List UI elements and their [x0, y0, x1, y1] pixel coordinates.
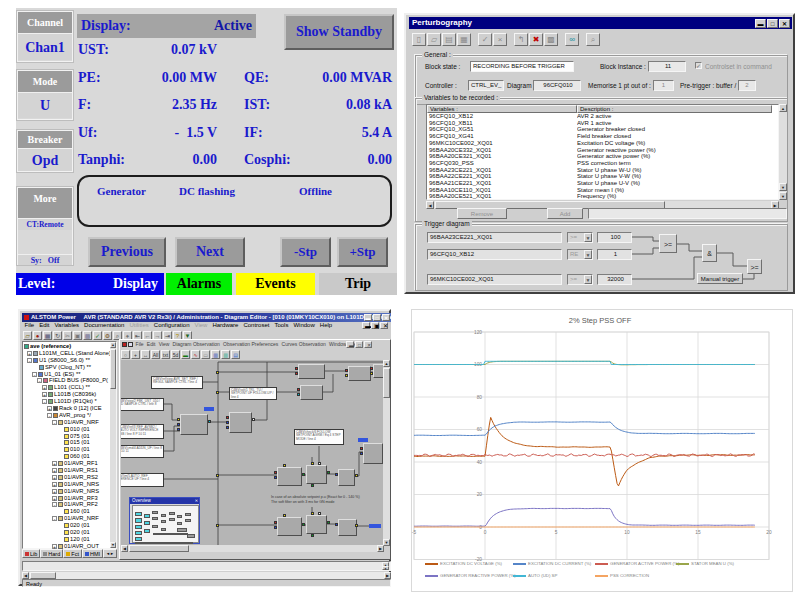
combo-dropdown-icon[interactable]: ▼	[584, 233, 592, 242]
fit-icon[interactable]: ↔	[141, 350, 150, 359]
scroll-up-icon[interactable]: ▲	[779, 104, 787, 112]
function-block[interactable]	[180, 414, 208, 435]
expand-icon[interactable]: +	[52, 482, 57, 487]
canvas-vscrollbar[interactable]: ▲ ▼	[383, 360, 390, 546]
expand-icon[interactable]: +	[42, 385, 47, 390]
page-icon[interactable]: ▭	[201, 350, 210, 359]
child-menu-diagram-observation[interactable]: Diagram Observation	[171, 341, 221, 347]
overview-close-icon[interactable]: ✕	[195, 498, 199, 504]
new-icon[interactable]: ▱	[23, 331, 32, 340]
child-maximize-button[interactable]: □	[355, 341, 363, 348]
tree-scroll-up-icon[interactable]: ▲	[110, 342, 116, 348]
refresh-icon[interactable]: ↻	[53, 331, 62, 340]
build-icon[interactable]: ⚙	[103, 331, 112, 340]
more-button[interactable]: More	[18, 188, 72, 218]
function-block[interactable]	[300, 385, 323, 400]
overview-window[interactable]: Overview✕	[129, 497, 200, 544]
ct-remote-indicator[interactable]: CT:Remote	[18, 218, 72, 230]
variable-row[interactable]: 96CFQ10_XB11AVR 1 active	[427, 120, 778, 127]
tab-lib[interactable]: Lib	[22, 549, 40, 558]
function-block[interactable]	[277, 467, 302, 486]
expand-icon[interactable]: +	[27, 351, 32, 356]
menu-hardware[interactable]: Hardware	[210, 322, 241, 328]
scroll-down-icon[interactable]: ▼	[779, 183, 787, 191]
palette2-icon[interactable]: ▥	[221, 350, 230, 359]
tree-item[interactable]: +L101B (C8036k)	[24, 391, 111, 398]
child-menu-view[interactable]: View	[157, 341, 171, 347]
run-icon[interactable]: ▬	[181, 350, 190, 359]
controller-field[interactable]: CTRL_EV_	[468, 80, 504, 91]
function-block[interactable]	[348, 366, 371, 381]
output-down-icon[interactable]: ▼	[382, 566, 389, 571]
curve-icon[interactable]: ∿	[191, 350, 200, 359]
combo-dropdown-icon[interactable]: ▼	[584, 275, 592, 284]
channel-button[interactable]: Chan1	[18, 33, 72, 60]
collapse-icon[interactable]: -	[37, 378, 42, 383]
check-icon[interactable]: ✓	[93, 331, 102, 340]
function-block[interactable]	[298, 364, 325, 379]
variable-row[interactable]: 96BAA22CE221_XQ01Stator U phase V-W (%)	[427, 173, 778, 180]
expand-icon[interactable]: +	[52, 489, 57, 494]
variable-row[interactable]: 96CFQ030_PSSPSS correction term	[427, 160, 778, 167]
diagram-canvas[interactable]: C4BV/ref/step AVR_SET_REF / REGUL SAMPLE…	[121, 360, 384, 546]
menu-controset[interactable]: Controset	[241, 322, 272, 328]
minimize-button[interactable]: ▬	[755, 19, 766, 28]
manual-trigger-button[interactable]: Manual trigger	[697, 273, 743, 284]
save-icon[interactable]: ▦	[43, 331, 52, 340]
tree-item[interactable]: +01/AVR_RF3	[24, 495, 111, 502]
variable-row[interactable]: 96BAA20CE321_XQ01Generator active power …	[427, 153, 778, 160]
block-state-field[interactable]: RECORDING BEFORE TRIGGER	[470, 61, 574, 72]
overview-titlebar[interactable]: Overview✕	[130, 498, 199, 504]
tree-root[interactable]: ave (reference)	[24, 343, 111, 350]
hscroll-right-icon[interactable]: ▶	[384, 572, 391, 579]
tree-item[interactable]: 060 (01	[24, 453, 111, 460]
txt-icon[interactable]: txt	[161, 350, 170, 359]
child-menu-curves-observation[interactable]: Curves Observation	[280, 341, 327, 347]
function-block[interactable]	[363, 443, 383, 464]
app-hscrollbar[interactable]: ◀ ▶	[22, 572, 391, 579]
paste-icon[interactable]: ▩	[544, 33, 558, 46]
tree-vscrollbar[interactable]: ▲ ▼	[110, 342, 116, 548]
previous-button[interactable]: Previous	[88, 237, 166, 267]
level-display-segment[interactable]: Level: Display	[16, 273, 164, 295]
copy-icon[interactable]: ▣	[73, 331, 82, 340]
tree-item[interactable]: -01/AVR_NRF	[24, 419, 111, 426]
variable-row[interactable]: 96BAA20CE332_XQ01Generator reactive powe…	[427, 147, 778, 154]
tree-item[interactable]: +01/AVR_RS2	[24, 474, 111, 481]
menu-tools[interactable]: Tools	[272, 322, 291, 328]
trigger-operator-combo[interactable]: RE▼	[567, 249, 593, 260]
add-variable-field[interactable]	[588, 208, 787, 219]
hscroll-thumb2[interactable]	[30, 572, 56, 579]
child-menu-file[interactable]: File	[134, 341, 145, 347]
tree-item[interactable]: -01/AVR_NRF	[24, 515, 111, 522]
new-icon[interactable]: ▯	[412, 33, 426, 46]
variable-row[interactable]: 96BAA23CE221_XQ01Stator U phase W-U (%)	[427, 167, 778, 174]
combo-dropdown-icon[interactable]: ▼	[584, 250, 592, 259]
variables-list[interactable]: Variables : Description : 96CFQ10_XB12AV…	[426, 104, 779, 200]
variable-row[interactable]: 96MKC10CE002_XQ01Excitation DC voltage (…	[427, 140, 778, 147]
add-button[interactable]: Add	[547, 208, 583, 219]
tree-item[interactable]: -01/AVR_RF2	[24, 501, 111, 508]
tree-item[interactable]: -AVR_prog */	[24, 412, 111, 419]
tree-item[interactable]: 120 (01	[24, 536, 111, 543]
function-block[interactable]	[229, 412, 252, 433]
all-icon[interactable]: All	[151, 350, 160, 359]
tab-scroll-icons[interactable]: ◄►	[103, 549, 117, 558]
scroll-down2-icon[interactable]: ▼	[779, 192, 787, 200]
open-icon[interactable]: ●	[33, 331, 42, 340]
expand-icon[interactable]: +	[42, 392, 47, 397]
app-close-button[interactable]: ✕	[382, 314, 390, 321]
expand-icon[interactable]: +	[52, 468, 57, 473]
variable-row[interactable]: 96BAA21CE221_XQ01Stator U phase U-V (%)	[427, 180, 778, 187]
trigger-value-field[interactable]: 100	[597, 232, 632, 243]
tree-item[interactable]: -U1_01 (ES) **	[24, 371, 111, 378]
tree-item[interactable]: 160 (01	[24, 508, 111, 515]
child-min-button[interactable]: ▬	[362, 322, 370, 329]
collapse-icon[interactable]: -	[52, 420, 57, 425]
memorise-field[interactable]: 1	[653, 80, 674, 91]
plus-stp-button[interactable]: +Stp	[337, 237, 388, 267]
find-icon[interactable]: ∞	[565, 33, 579, 46]
pretrigger-field[interactable]: 2	[738, 80, 756, 91]
scroll-left-icon[interactable]: ◀	[426, 201, 434, 209]
collapse-icon[interactable]: -	[52, 516, 57, 521]
